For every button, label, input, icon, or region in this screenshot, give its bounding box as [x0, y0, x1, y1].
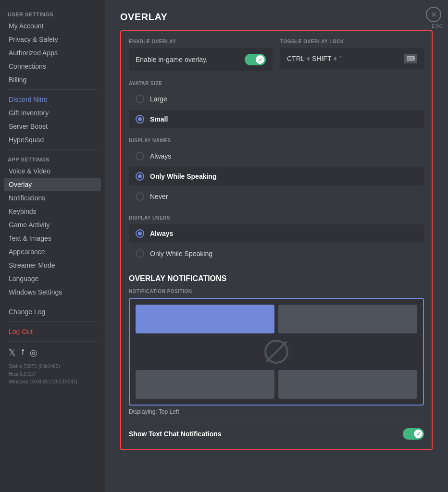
sidebar-item-connections[interactable]: Connections	[4, 60, 101, 73]
sidebar-item-windows-settings[interactable]: Windows Settings	[4, 285, 101, 299]
divider-1	[8, 89, 97, 90]
display-users-label: DISPLAY USERS	[129, 215, 424, 221]
hotkey-text: CTRL + SHIFT + `	[287, 55, 341, 62]
display-names-always-text: Always	[150, 152, 171, 160]
check-icon: ✓	[258, 57, 262, 63]
enable-overlay-inner: Enable in-game overlay. ✓	[129, 48, 273, 71]
notif-center-row	[136, 337, 417, 366]
toggle-overlay-box: TOGGLE OVERLAY LOCK CTRL + SHIFT + ` ⌨	[280, 39, 424, 71]
facebook-icon[interactable]: f	[22, 347, 24, 358]
enable-overlay-row: ENABLE OVERLAY Enable in-game overlay. ✓…	[129, 39, 424, 71]
close-button-label: ESC	[432, 23, 443, 29]
settings-section: ENABLE OVERLAY Enable in-game overlay. ✓…	[120, 30, 433, 450]
overlay-notifications-title: OVERLAY NOTIFICATIONS	[129, 274, 424, 283]
display-users-group: DISPLAY USERS Always Only While Speaking	[129, 215, 424, 263]
display-names-speaking-radio	[136, 172, 144, 181]
notif-pos-bottom-left[interactable]	[136, 370, 274, 399]
enable-overlay-toggle[interactable]: ✓	[245, 54, 266, 65]
version-line2: Host 0.0.307	[9, 370, 96, 378]
close-button[interactable]: ✕	[426, 7, 441, 22]
display-names-never-option[interactable]: Never	[129, 187, 424, 206]
keyboard-icon[interactable]: ⌨	[404, 54, 417, 63]
sidebar-item-text-images[interactable]: Text & Images	[4, 232, 101, 245]
enable-overlay-box: ENABLE OVERLAY Enable in-game overlay. ✓	[129, 39, 273, 71]
avatar-large-radio	[136, 95, 144, 103]
sidebar-item-authorized-apps[interactable]: Authorized Apps	[4, 46, 101, 60]
avatar-size-group: AVATAR SIZE Large Small	[129, 81, 424, 128]
sidebar-item-streamer-mode[interactable]: Streamer Mode	[4, 258, 101, 272]
sidebar-item-privacy-safety[interactable]: Privacy & Safety	[4, 33, 101, 46]
sidebar-item-language[interactable]: Language	[4, 272, 101, 285]
sidebar-item-game-activity[interactable]: Game Activity	[4, 218, 101, 232]
notif-pos-top-right[interactable]	[278, 305, 417, 333]
divider-5	[8, 341, 97, 342]
main-content: OVERLAY ENABLE OVERLAY Enable in-game ov…	[105, 0, 448, 492]
display-names-always-radio	[136, 152, 144, 160]
enable-overlay-label: ENABLE OVERLAY	[129, 39, 273, 44]
display-users-speaking-text: Only While Speaking	[150, 250, 212, 258]
no-sign-icon	[264, 340, 288, 364]
sidebar-item-discord-nitro[interactable]: Discord Nitro	[4, 93, 101, 106]
display-users-speaking-radio	[136, 249, 144, 258]
show-text-chat-toggle-knob: ✓	[414, 430, 423, 438]
version-line3: Windows 10 64-Bit (10.0.19041)	[9, 378, 96, 386]
twitter-icon[interactable]: 𝕏	[9, 347, 16, 358]
hotkey-box: CTRL + SHIFT + ` ⌨	[280, 48, 424, 69]
page-title: OVERLAY	[120, 12, 433, 23]
sidebar-item-hypesquad[interactable]: HypeSquad	[4, 133, 101, 147]
avatar-small-option[interactable]: Small	[129, 110, 424, 128]
app-settings-label: APP SETTINGS	[4, 153, 101, 164]
avatar-size-label: AVATAR SIZE	[129, 81, 424, 86]
show-text-chat-check-icon: ✓	[416, 431, 421, 437]
social-icons: 𝕏 f ◎	[4, 344, 101, 361]
instagram-icon[interactable]: ◎	[30, 347, 37, 358]
version-info: Stable 72071 (6cb1462) Host 0.0.307 Wind…	[4, 361, 101, 388]
sidebar-item-my-account[interactable]: My Account	[4, 19, 101, 33]
sidebar-item-voice-video[interactable]: Voice & Video	[4, 164, 101, 178]
notif-pos-top-left[interactable]	[136, 305, 274, 333]
sidebar-item-appearance[interactable]: Appearance	[4, 245, 101, 258]
avatar-large-text: Large	[150, 95, 167, 103]
display-users-speaking-option[interactable]: Only While Speaking	[129, 245, 424, 263]
display-names-always-option[interactable]: Always	[129, 147, 424, 165]
user-settings-label: USER SETTINGS	[4, 8, 101, 19]
sidebar-item-keybinds[interactable]: Keybinds	[4, 205, 101, 218]
toggle-overlay-lock-label: TOGGLE OVERLAY LOCK	[280, 39, 424, 44]
displaying-text: Displaying: Top Left	[129, 408, 424, 415]
show-text-chat-toggle[interactable]: ✓	[403, 428, 424, 440]
sidebar-item-overlay[interactable]: Overlay	[4, 178, 101, 191]
sidebar-item-server-boost[interactable]: Server Boost	[4, 120, 101, 133]
divider-3	[8, 302, 97, 302]
enable-overlay-text: Enable in-game overlay.	[136, 56, 208, 63]
notif-pos-bottom-right[interactable]	[278, 370, 417, 399]
version-line1: Stable 72071 (6cb1462)	[9, 363, 96, 370]
display-users-always-text: Always	[150, 230, 173, 237]
display-names-never-text: Never	[150, 193, 168, 200]
toggle-knob: ✓	[256, 55, 264, 64]
divider-2	[8, 149, 97, 150]
sidebar-item-gift-inventory[interactable]: Gift Inventory	[4, 106, 101, 120]
display-names-speaking-option[interactable]: Only While Speaking	[129, 167, 424, 185]
notification-position-grid	[129, 298, 424, 406]
divider-4	[8, 321, 97, 322]
avatar-large-option[interactable]: Large	[129, 90, 424, 108]
avatar-small-text: Small	[150, 115, 168, 123]
display-names-never-radio	[136, 192, 144, 201]
notification-position-label: NOTIFICATION POSITION	[129, 289, 424, 294]
show-text-chat-row: Show Text Chat Notifications ✓	[129, 421, 424, 442]
sidebar: USER SETTINGS My Account Privacy & Safet…	[0, 0, 105, 492]
sidebar-item-billing[interactable]: Billing	[4, 73, 101, 86]
display-names-label: DISPLAY NAMES	[129, 138, 424, 143]
display-names-speaking-text: Only While Speaking	[150, 172, 216, 180]
sidebar-item-notifications[interactable]: Notifications	[4, 191, 101, 205]
display-users-always-radio	[136, 229, 144, 238]
show-text-chat-label: Show Text Chat Notifications	[129, 430, 222, 438]
avatar-small-radio	[136, 115, 144, 123]
sidebar-item-change-log[interactable]: Change Log	[4, 305, 101, 319]
display-users-always-option[interactable]: Always	[129, 224, 424, 243]
display-names-group: DISPLAY NAMES Always Only While Speaking…	[129, 138, 424, 206]
sidebar-item-logout[interactable]: Log Out	[4, 325, 101, 338]
